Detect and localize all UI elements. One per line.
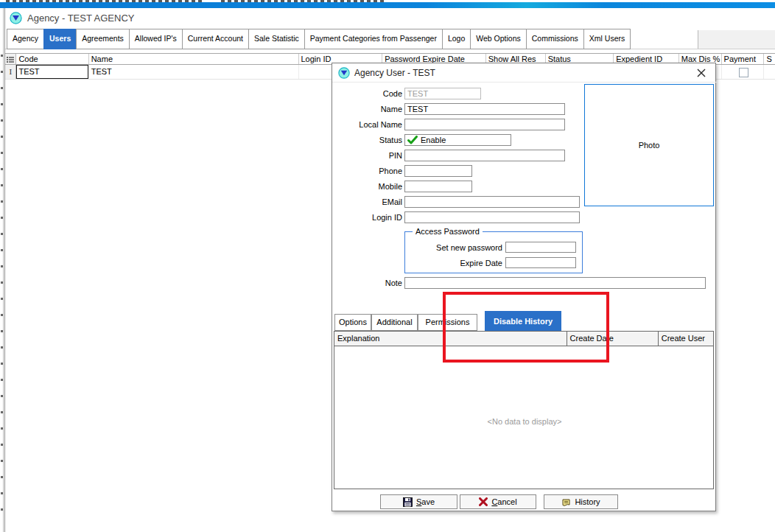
dialog-title: Agency User - TEST	[354, 68, 435, 78]
col-header-name[interactable]: Name	[89, 54, 299, 64]
cancel-button[interactable]: Cancel	[460, 494, 536, 509]
note-label: Note	[334, 279, 402, 288]
no-data-message: <No data to display>	[334, 417, 715, 426]
tab-sale-statistic[interactable]: Sale Statistic	[248, 29, 305, 49]
tab-users[interactable]: Users	[43, 29, 77, 49]
tab-commissions[interactable]: Commissions	[526, 29, 584, 49]
background-window-border	[3, 8, 4, 532]
app-logo-icon	[338, 67, 350, 79]
pin-field[interactable]	[404, 150, 565, 161]
history-button[interactable]: History	[544, 494, 618, 509]
cell-name[interactable]: TEST	[89, 65, 299, 79]
code-field	[404, 88, 481, 99]
history-icon	[561, 497, 571, 507]
tab-agreements[interactable]: Agreements	[76, 29, 130, 49]
local-name-field[interactable]	[404, 119, 565, 130]
history-button-label: History	[575, 497, 600, 506]
login-id-field[interactable]	[404, 211, 580, 223]
tab-permissions[interactable]: Permissions	[418, 314, 477, 331]
status-value: Enable	[421, 136, 446, 144]
email-field[interactable]	[404, 196, 580, 208]
note-field[interactable]	[404, 277, 706, 289]
background-window-top-edge	[0, 2, 775, 8]
expire-date-label: Expire Date	[405, 259, 502, 268]
phone-field[interactable]	[404, 165, 472, 177]
grid-menu-icon[interactable]	[5, 54, 16, 64]
tab-options[interactable]: Options	[334, 314, 371, 331]
photo-placeholder: Photo	[584, 84, 714, 206]
dialog-title-separator	[332, 82, 717, 83]
row-marker-icon: I	[5, 65, 16, 79]
login-id-label: Login ID	[334, 213, 402, 223]
save-icon	[403, 497, 413, 507]
col-header-payment[interactable]: Payment	[722, 54, 765, 64]
mobile-field[interactable]	[404, 181, 472, 192]
mobile-label: Mobile	[334, 182, 402, 192]
tab-disable-history[interactable]: Disable History	[485, 311, 561, 331]
disable-history-grid: Explanation Create Date Create User <No …	[334, 331, 714, 489]
set-new-password-label: Set new password	[405, 243, 502, 253]
tab-agency[interactable]: Agency	[7, 29, 44, 49]
col-header-create-user[interactable]: Create User	[659, 332, 713, 346]
save-button[interactable]: Save	[380, 494, 457, 509]
main-tabstrip: Agency Users Agreements Allowed IP's Cur…	[7, 29, 631, 49]
cancel-button-label: Cancel	[491, 497, 516, 506]
local-name-label: Local Name	[334, 120, 402, 130]
tab-logo[interactable]: Logo	[442, 29, 471, 49]
close-icon[interactable]	[695, 66, 708, 80]
col-header-truncated[interactable]: S	[764, 54, 775, 64]
tab-web-options[interactable]: Web Options	[470, 29, 527, 49]
phone-label: Phone	[334, 167, 402, 176]
app-logo-icon	[10, 12, 22, 24]
tabstrip-filler	[698, 30, 775, 49]
save-button-label: Save	[416, 497, 435, 506]
access-password-group: Access Password Set new password Expire …	[404, 231, 583, 273]
email-label: EMail	[334, 197, 402, 207]
expire-date-field[interactable]	[505, 257, 576, 268]
history-grid-header: Explanation Create Date Create User	[334, 332, 713, 346]
cell-code[interactable]: TEST	[16, 65, 88, 79]
tab-allowed-ips[interactable]: Allowed IP's	[129, 29, 183, 49]
window-title: Agency - TEST AGENCY	[27, 13, 134, 24]
cancel-icon	[479, 497, 488, 506]
payment-checkbox[interactable]	[739, 68, 748, 77]
tab-payment-categories[interactable]: Payment Categories from Passenger	[304, 29, 443, 49]
code-label: Code	[334, 89, 402, 99]
tab-xml-users[interactable]: Xml Users	[583, 29, 631, 49]
access-password-title: Access Password	[413, 227, 483, 237]
status-combo[interactable]: Enable	[404, 134, 511, 146]
tab-additional[interactable]: Additional	[371, 314, 418, 331]
agency-user-dialog: Agency User - TEST Code Name Local Name …	[332, 63, 716, 511]
col-header-explanation[interactable]: Explanation	[334, 332, 567, 346]
pin-label: PIN	[334, 151, 402, 161]
name-label: Name	[334, 105, 402, 114]
set-new-password-field[interactable]	[505, 242, 576, 253]
name-field[interactable]	[404, 103, 565, 115]
tab-current-account[interactable]: Current Account	[182, 29, 249, 49]
col-header-code[interactable]: Code	[16, 54, 88, 64]
cell-truncated	[764, 65, 775, 79]
col-header-create-date[interactable]: Create Date	[567, 332, 659, 346]
status-label: Status	[334, 136, 402, 145]
cell-payment	[722, 65, 765, 79]
enable-check-icon	[407, 136, 418, 144]
